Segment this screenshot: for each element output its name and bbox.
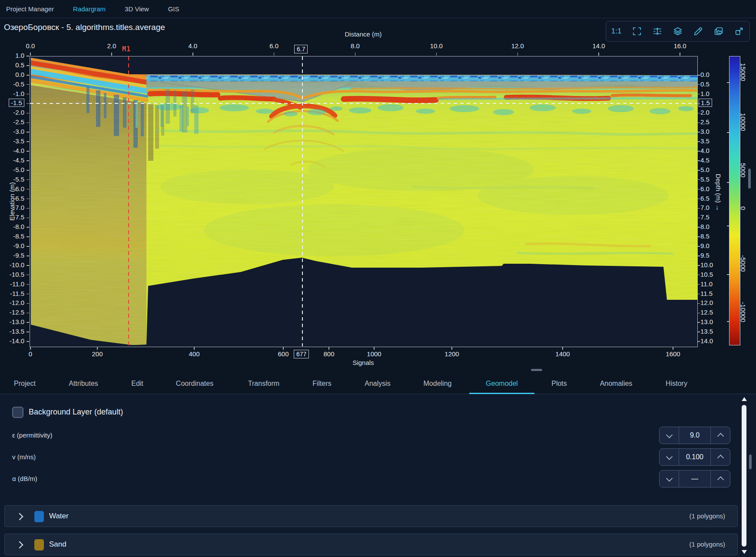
layer-polygon-count: (1 polygons) bbox=[689, 512, 725, 520]
axis-tick-mark bbox=[97, 347, 98, 350]
axis-tick-mark bbox=[274, 53, 275, 56]
axis-tick-mark bbox=[27, 123, 29, 123]
spinner-decrease-button[interactable] bbox=[660, 449, 679, 465]
spinner-increase-button[interactable] bbox=[711, 427, 730, 444]
tab-history[interactable]: History bbox=[666, 374, 687, 394]
depth-tick-label: 12.5 bbox=[700, 308, 725, 316]
spinner-decrease-button[interactable] bbox=[660, 471, 679, 487]
axis-tick-mark bbox=[727, 274, 729, 275]
signals-tick-label: 200 bbox=[84, 350, 110, 358]
axis-tick-mark bbox=[697, 275, 700, 275]
radargram-plot[interactable] bbox=[30, 56, 698, 347]
chevron-up-icon bbox=[717, 454, 724, 461]
colorbar-tick-label: 5000 bbox=[739, 163, 747, 202]
nav-item-radargram[interactable]: Radargram bbox=[73, 5, 106, 13]
axis-tick-mark bbox=[697, 313, 700, 314]
axis-tick-mark bbox=[27, 294, 29, 295]
axis-tick-mark bbox=[697, 132, 700, 133]
plot-horizontal-scrollbar-thumb[interactable] bbox=[531, 369, 542, 371]
panel-scroll-down-arrow[interactable] bbox=[742, 550, 747, 554]
panel-scrollbar-thumb[interactable] bbox=[742, 405, 746, 547]
tab-plots[interactable]: Plots bbox=[551, 374, 567, 394]
depth-tick-label: 8.5 bbox=[700, 232, 725, 240]
radargram-image[interactable] bbox=[30, 56, 697, 347]
axis-tick-mark bbox=[727, 225, 729, 226]
axis-tick-mark bbox=[27, 313, 29, 314]
tab-transform[interactable]: Transform bbox=[248, 374, 279, 394]
elevation-tick-label: 0.0 bbox=[0, 71, 24, 78]
signals-axis-title: Signals bbox=[0, 359, 726, 366]
layer-row-sand[interactable]: Sand(1 polygons) bbox=[4, 534, 738, 555]
axis-tick-mark bbox=[27, 103, 29, 104]
axis-tick-mark bbox=[697, 151, 700, 152]
spinner-increase-button[interactable] bbox=[711, 471, 730, 487]
axis-tick-mark bbox=[697, 341, 700, 342]
chevron-right-icon[interactable] bbox=[16, 513, 23, 521]
background-layer-checkbox[interactable] bbox=[12, 407, 23, 418]
axis-tick-mark bbox=[697, 218, 700, 219]
axis-tick-mark bbox=[27, 199, 29, 199]
depth-tick-label: 14.0 bbox=[700, 337, 725, 345]
open-in-window-button[interactable] bbox=[732, 24, 746, 39]
elevation-tick-label: -10.5 bbox=[0, 271, 24, 278]
depth-tick-label: 6.0 bbox=[700, 185, 725, 192]
spinner-decrease-button[interactable] bbox=[660, 427, 679, 444]
chevron-right-icon[interactable] bbox=[16, 541, 23, 549]
axis-tick-mark bbox=[27, 84, 29, 85]
panel-scroll-up-arrow[interactable] bbox=[742, 397, 747, 401]
tab-edit[interactable]: Edit bbox=[131, 374, 143, 394]
nav-item-3d-view[interactable]: 3D View bbox=[125, 5, 149, 13]
signals-tick-label: 1200 bbox=[439, 350, 465, 358]
tab-attributes[interactable]: Attributes bbox=[69, 374, 98, 394]
layer-color-swatch bbox=[34, 511, 44, 522]
elevation-tick-label: -10.0 bbox=[0, 261, 24, 269]
distance-axis-title: Distance (m) bbox=[0, 30, 726, 38]
depth-tick-label: 2.0 bbox=[700, 109, 725, 116]
nav-item-gis[interactable]: GIS bbox=[168, 5, 179, 13]
tab-project[interactable]: Project bbox=[14, 374, 36, 394]
depth-tick-label: 11.0 bbox=[700, 280, 725, 288]
elevation-tick-label: -4.0 bbox=[0, 147, 24, 154]
axis-tick-mark bbox=[697, 103, 700, 104]
cursor-vertical-line bbox=[302, 56, 303, 346]
tab-analysis[interactable]: Analysis bbox=[365, 374, 391, 394]
elevation-tick-label: -13.5 bbox=[0, 328, 24, 335]
chevron-down-icon bbox=[666, 475, 673, 482]
signals-tick-label: 400 bbox=[181, 350, 207, 358]
tab-coordinates[interactable]: Coordinates bbox=[176, 374, 213, 394]
chevron-up-icon bbox=[717, 433, 724, 440]
nav-item-project-manager[interactable]: Project Manager bbox=[6, 5, 54, 13]
tab-modeling[interactable]: Modeling bbox=[424, 374, 452, 394]
distance-tick-label: 2.0 bbox=[99, 42, 125, 50]
axis-tick-mark bbox=[27, 56, 29, 56]
parameter-spinner: 0.100 bbox=[659, 448, 730, 466]
tab-anomalies[interactable]: Anomalies bbox=[600, 374, 633, 394]
depth-tick-label: 12.0 bbox=[700, 299, 725, 306]
elevation-tick-label: -13.0 bbox=[0, 318, 24, 325]
spinner-increase-button[interactable] bbox=[711, 449, 730, 465]
layer-row-water[interactable]: Water(1 polygons) bbox=[4, 505, 738, 527]
axis-tick-mark bbox=[697, 123, 700, 123]
colorbar-tick-label: -5000 bbox=[739, 255, 747, 294]
chevron-down-icon bbox=[666, 431, 673, 438]
tab-geomodel[interactable]: Geomodel bbox=[486, 374, 518, 394]
elevation-tick-label: -3.5 bbox=[0, 137, 24, 145]
signals-tick-label: 800 bbox=[316, 350, 342, 358]
signals-tick-label: 1400 bbox=[550, 350, 576, 358]
distance-tick-label: 14.0 bbox=[586, 42, 612, 50]
top-navigation: Project ManagerRadargram3D ViewGIS bbox=[0, 0, 756, 18]
tab-filters[interactable]: Filters bbox=[312, 374, 332, 394]
plot-vertical-scrollbar-thumb[interactable] bbox=[748, 169, 751, 189]
axis-tick-mark bbox=[27, 151, 29, 152]
elevation-tick-label: -5.0 bbox=[0, 166, 24, 173]
axis-tick-mark bbox=[30, 347, 31, 350]
depth-tick-label: 3.0 bbox=[700, 128, 725, 135]
colorbar bbox=[729, 56, 740, 345]
depth-tick-label: 7.0 bbox=[700, 204, 725, 211]
page-scrollbar-thumb[interactable] bbox=[749, 454, 752, 469]
axis-tick-mark bbox=[697, 236, 700, 237]
m1-marker-line[interactable] bbox=[128, 56, 129, 346]
chevron-up-icon bbox=[717, 476, 724, 483]
depth-tick-label: 2.5 bbox=[700, 118, 725, 126]
distance-tick-label: 16.0 bbox=[667, 42, 693, 50]
